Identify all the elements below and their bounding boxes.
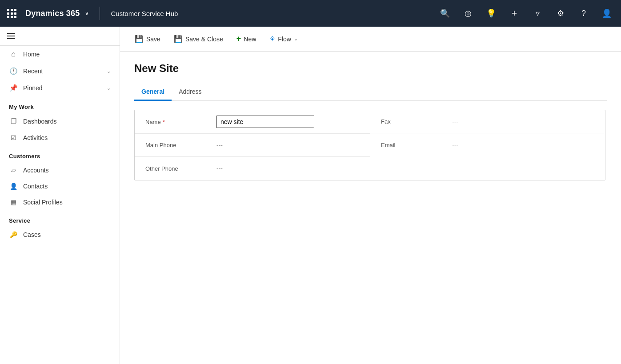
other-phone-value[interactable]: --- [216,165,359,172]
email-value[interactable]: --- [452,141,594,148]
form-row-other-phone: Other Phone --- [135,157,370,180]
contacts-icon: 👤 [9,183,18,190]
sidebar-top [0,27,120,46]
chevron-down-icon: ⌄ [107,68,111,74]
sidebar-item-label: Dashboards [23,118,111,125]
sidebar-item-label: Home [23,51,111,58]
new-button[interactable]: + New [231,31,262,47]
flow-icon: ⚘ [269,35,275,43]
form-label-fax: Fax [381,118,452,125]
form-row-email: Email --- [370,133,605,156]
app-name: Customer Service Hub [111,10,178,17]
form-label-email: Email [381,142,452,148]
form-col-right: Fax --- Email --- [370,110,605,180]
user-icon[interactable]: 👤 [600,6,614,20]
recent-icon: 🕐 [9,67,18,75]
save-label: Save [146,36,160,43]
sidebar-item-social-profiles[interactable]: ▦ Social Profiles [0,194,120,210]
sidebar-item-pinned[interactable]: 📌 Pinned ⌄ [0,80,120,96]
flow-label: Flow [278,36,291,43]
sidebar-item-label: Cases [23,231,111,238]
home-icon: ⌂ [9,50,18,58]
search-icon[interactable]: 🔍 [438,6,452,20]
nav-divider [100,7,100,20]
waffle-menu-icon[interactable] [7,9,16,18]
sidebar-item-label: Pinned [23,84,101,92]
new-label: New [244,36,256,43]
save-close-icon: 💾 [174,35,183,43]
cases-icon: 🔑 [9,231,18,238]
save-close-button[interactable]: 💾 Save & Close [168,32,229,46]
flow-chevron-icon: ⌄ [294,36,298,42]
required-indicator: * [163,119,165,125]
sidebar-item-cases[interactable]: 🔑 Cases [0,227,120,243]
help-icon[interactable]: ? [577,6,591,20]
page-content: New Site General Address Name * [120,52,621,364]
chevron-down-icon: ⌄ [107,85,111,91]
top-nav-right: 🔍 ◎ 💡 + ▿ ⚙ ? 👤 [438,6,614,20]
settings-icon[interactable]: ⚙ [553,6,568,20]
add-icon[interactable]: + [507,6,521,20]
form-label-other-phone: Other Phone [145,165,216,172]
sidebar-item-dashboards[interactable]: ❐ Dashboards [0,113,120,130]
sidebar: ⌂ Home 🕐 Recent ⌄ 📌 Pinned ⌄ My Work ❐ D… [0,27,120,364]
form-card: Name * Main Phone --- Other Phone -- [134,110,605,180]
hamburger-menu-icon[interactable] [7,33,15,39]
dashboards-icon: ❐ [9,117,18,125]
save-close-label: Save & Close [185,36,223,43]
save-button[interactable]: 💾 Save [129,32,166,46]
filter-icon[interactable]: ▿ [530,6,545,20]
target-icon[interactable]: ◎ [461,6,475,20]
form-row-fax: Fax --- [370,110,605,133]
sidebar-item-label: Contacts [23,183,111,190]
tab-general[interactable]: General [134,84,172,101]
page-title: New Site [134,62,607,75]
sidebar-item-home[interactable]: ⌂ Home [0,46,120,63]
form-label-name: Name * [145,119,216,125]
name-input[interactable] [216,116,314,128]
sidebar-item-label: Accounts [23,167,111,174]
sidebar-item-recent[interactable]: 🕐 Recent ⌄ [0,63,120,80]
content-area: 💾 Save 💾 Save & Close + New ⚘ Flow ⌄ New… [120,27,621,364]
tab-address[interactable]: Address [172,84,208,101]
activities-icon: ☑ [9,134,18,141]
tabs-container: General Address [134,84,607,101]
save-icon: 💾 [135,35,144,43]
sidebar-item-contacts[interactable]: 👤 Contacts [0,178,120,194]
sidebar-item-label: Social Profiles [23,199,111,206]
lightbulb-icon[interactable]: 💡 [484,6,498,20]
form-grid: Name * Main Phone --- Other Phone -- [135,110,605,180]
sidebar-item-accounts[interactable]: ▱ Accounts [0,162,120,178]
form-label-main-phone: Main Phone [145,142,216,148]
sidebar-item-label: Activities [23,134,111,141]
pinned-icon: 📌 [9,84,18,92]
brand-name[interactable]: Dynamics 365 [25,9,80,18]
fax-value[interactable]: --- [452,118,594,125]
section-header-customers: Customers [0,146,120,162]
form-row-main-phone: Main Phone --- [135,134,370,157]
sidebar-item-activities[interactable]: ☑ Activities [0,130,120,146]
section-header-service: Service [0,210,120,227]
section-header-mywork: My Work [0,96,120,113]
brand-chevron[interactable]: ∨ [85,10,89,16]
sidebar-item-label: Recent [23,68,101,75]
flow-button[interactable]: ⚘ Flow ⌄ [264,32,304,46]
accounts-icon: ▱ [9,167,18,174]
sidebar-scroll: ⌂ Home 🕐 Recent ⌄ 📌 Pinned ⌄ My Work ❐ D… [0,46,120,364]
new-icon: + [236,34,241,44]
top-nav-left: Dynamics 365 ∨ Customer Service Hub [7,7,438,20]
social-profiles-icon: ▦ [9,199,18,206]
form-row-name: Name * [135,110,370,134]
main-layout: ⌂ Home 🕐 Recent ⌄ 📌 Pinned ⌄ My Work ❐ D… [0,27,621,364]
form-col-left: Name * Main Phone --- Other Phone -- [135,110,370,180]
toolbar: 💾 Save 💾 Save & Close + New ⚘ Flow ⌄ [120,27,621,52]
top-nav-bar: Dynamics 365 ∨ Customer Service Hub 🔍 ◎ … [0,0,621,27]
main-phone-value[interactable]: --- [216,142,359,149]
